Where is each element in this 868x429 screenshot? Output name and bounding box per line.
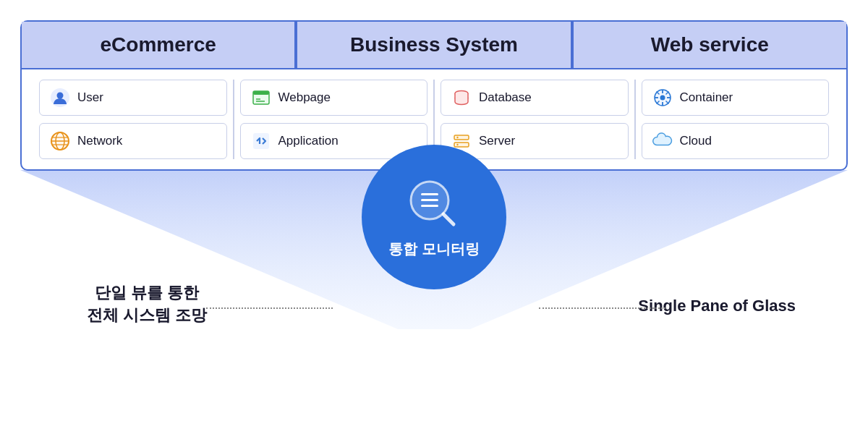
webpage-icon <box>251 88 271 108</box>
container-icon <box>652 88 673 108</box>
column-1: User Network <box>33 80 234 159</box>
database-icon <box>451 88 472 108</box>
category-webservice: Web service <box>572 22 846 68</box>
item-cloud: Cloud <box>642 123 830 159</box>
column-4: Container Cloud <box>636 80 835 159</box>
item-user: User <box>39 80 227 116</box>
dot-line-left <box>206 307 333 309</box>
item-container: Container <box>642 80 830 116</box>
svg-rect-15 <box>454 143 469 147</box>
svg-rect-12 <box>253 133 269 149</box>
monitoring-icon <box>405 176 463 234</box>
category-business: Business System <box>296 22 571 68</box>
category-ecommerce: eCommerce <box>22 22 296 68</box>
left-text: 단일 뷰를 통한 전체 시스템 조망 <box>87 282 207 327</box>
categories-row: eCommerce Business System Web service <box>22 22 846 69</box>
svg-point-16 <box>456 137 458 138</box>
user-icon <box>50 88 70 108</box>
svg-line-32 <box>443 214 454 224</box>
svg-point-17 <box>456 144 458 145</box>
network-icon <box>50 131 70 151</box>
cloud-icon <box>652 131 673 151</box>
item-network: Network <box>39 123 227 159</box>
item-webpage: Webpage <box>240 80 428 116</box>
svg-rect-29 <box>421 193 438 195</box>
right-text: Single Pane of Glass <box>638 297 796 315</box>
svg-rect-14 <box>454 135 469 140</box>
application-icon <box>251 131 271 151</box>
svg-rect-30 <box>421 199 438 201</box>
center-circle: 통합 모니터링 <box>362 145 506 289</box>
column-2: Webpage Application <box>234 80 435 159</box>
svg-rect-31 <box>421 205 438 207</box>
column-3: Database Server <box>435 80 636 159</box>
dot-line-right <box>539 307 665 309</box>
item-database: Database <box>441 80 629 116</box>
svg-point-19 <box>660 95 665 101</box>
svg-point-2 <box>57 93 64 99</box>
svg-rect-9 <box>253 91 269 95</box>
